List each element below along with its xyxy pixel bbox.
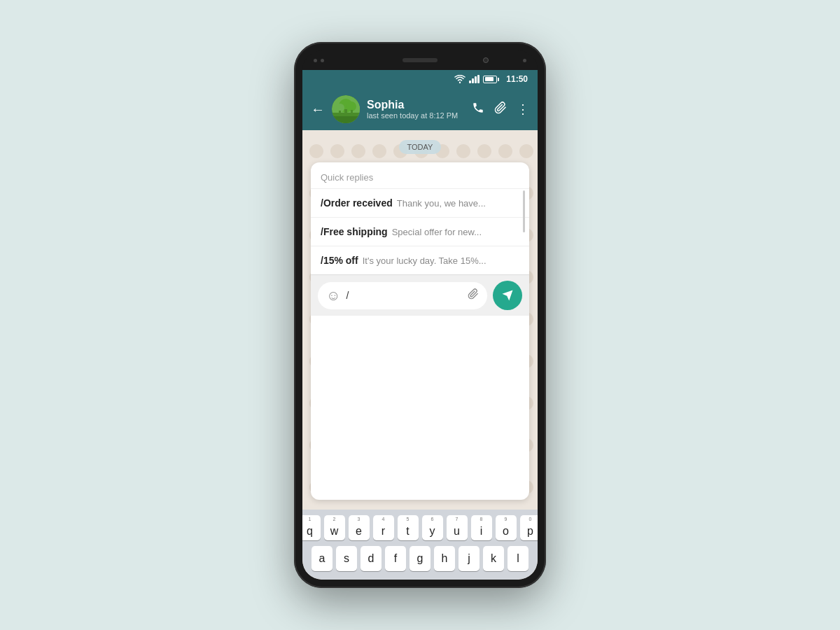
reply-shortcut-1: /Order received <box>321 197 393 209</box>
svg-rect-9 <box>332 116 360 123</box>
keyboard: 1 q 2 w 3 e 4 r 5 t <box>302 510 538 580</box>
key-w[interactable]: 2 w <box>324 515 345 540</box>
emoji-button[interactable]: ☺ <box>326 288 340 304</box>
keyboard-row-1: 1 q 2 w 3 e 4 r 5 t <box>305 515 535 540</box>
contact-status: last seen today at 8:12 PM <box>367 111 465 120</box>
more-menu-icon[interactable]: ⋮ <box>517 102 529 117</box>
key-letter-k[interactable]: k <box>483 546 504 571</box>
wifi-icon <box>454 75 465 83</box>
message-input-box[interactable]: ☺ / <box>318 282 487 309</box>
battery-fill <box>485 77 493 81</box>
attachment-button[interactable] <box>468 288 479 302</box>
status-bar: 11:50 <box>302 70 538 88</box>
send-button[interactable] <box>493 281 522 310</box>
key-letter-g[interactable]: g <box>410 546 430 571</box>
signal-bar-1 <box>469 80 471 83</box>
key-o[interactable]: 9 o <box>496 515 517 540</box>
signal-bar-3 <box>475 76 477 83</box>
signal-bar-2 <box>472 78 474 83</box>
svg-rect-8 <box>351 110 353 115</box>
key-e[interactable]: 3 e <box>349 515 370 540</box>
sensor-dot-3 <box>523 59 526 62</box>
reply-preview-1: Thank you, we have... <box>397 198 486 209</box>
reply-shortcut-3: /15% off <box>321 255 358 266</box>
contact-info: Sophia last seen today at 8:12 PM <box>367 99 465 120</box>
quick-replies-popup: Quick replies /Order received Thank you,… <box>311 162 529 500</box>
back-button[interactable]: ← <box>311 102 325 118</box>
sensor-dot-1 <box>314 59 317 62</box>
front-camera <box>483 57 489 63</box>
battery-body <box>483 76 497 83</box>
key-u[interactable]: 7 u <box>447 515 468 540</box>
signal-bar-4 <box>477 75 479 83</box>
header-actions: ⋮ <box>472 102 529 118</box>
key-num-4: 4 <box>382 517 385 522</box>
status-time: 11:50 <box>506 74 528 84</box>
keyboard-row-2: a s d f g h j k l <box>305 546 535 571</box>
quick-reply-item-2[interactable]: /Free shipping Special offer for new... <box>311 217 529 246</box>
send-icon <box>501 289 514 302</box>
speaker-grille <box>402 58 438 62</box>
quick-reply-item-1[interactable]: /Order received Thank you, we have... <box>311 188 529 217</box>
key-num-1: 1 <box>309 517 312 522</box>
phone-frame: 11:50 ← Sophia last seen <box>294 42 546 588</box>
phone-notch <box>302 50 538 70</box>
battery-icon <box>483 76 499 83</box>
chat-background: TODAY Quick replies /Order received Than… <box>302 130 538 510</box>
phone-screen: 11:50 ← Sophia last seen <box>302 70 538 580</box>
key-letter-f[interactable]: f <box>385 546 406 571</box>
key-letter-s[interactable]: s <box>336 546 357 571</box>
battery-tip <box>498 78 499 81</box>
key-y[interactable]: 6 y <box>422 515 443 540</box>
notch-sensors <box>314 59 324 62</box>
reply-shortcut-2: /Free shipping <box>321 226 388 237</box>
attach-icon[interactable] <box>494 102 507 118</box>
phone-call-icon[interactable] <box>472 102 484 118</box>
sensor-dot-2 <box>321 59 324 62</box>
key-num-9: 9 <box>505 517 507 522</box>
key-num-5: 5 <box>407 517 410 522</box>
reply-preview-2: Special offer for new... <box>392 227 482 237</box>
key-p[interactable]: 0 p <box>520 515 538 540</box>
notch-right-sensors <box>523 59 526 62</box>
key-letter-a[interactable]: a <box>312 546 332 571</box>
avatar <box>332 95 360 123</box>
key-t[interactable]: 5 t <box>398 515 419 540</box>
key-letter-j[interactable]: j <box>458 546 479 571</box>
key-num-8: 8 <box>480 517 483 522</box>
key-num-6: 6 <box>431 517 434 522</box>
contact-name: Sophia <box>367 99 465 111</box>
key-num-0: 0 <box>529 517 532 522</box>
svg-rect-4 <box>344 109 347 115</box>
key-num-7: 7 <box>456 517 458 522</box>
chat-header: ← Sophia last seen today at 8:12 PM <box>302 88 538 130</box>
key-q[interactable]: 1 q <box>302 515 321 540</box>
reply-preview-3: It's your lucky day. Take 15%... <box>363 255 486 266</box>
quick-reply-item-3[interactable]: /15% off It's your lucky day. Take 15%..… <box>311 246 529 274</box>
scroll-indicator <box>523 190 525 232</box>
svg-rect-7 <box>339 111 341 115</box>
key-letter-d[interactable]: d <box>360 546 382 571</box>
key-num-2: 2 <box>333 517 336 522</box>
message-input-area: ☺ / <box>311 274 529 316</box>
key-r[interactable]: 4 r <box>373 515 394 540</box>
message-input-text[interactable]: / <box>346 290 462 301</box>
key-letter-q[interactable]: q <box>302 515 321 540</box>
key-letter-l[interactable]: l <box>507 546 528 571</box>
today-label: TODAY <box>399 140 442 154</box>
key-i[interactable]: 8 i <box>471 515 492 540</box>
key-num-3: 3 <box>358 517 360 522</box>
quick-replies-title: Quick replies <box>311 169 529 188</box>
svg-point-6 <box>346 102 356 111</box>
key-letter-h[interactable]: h <box>434 546 455 571</box>
signal-icon <box>469 75 479 83</box>
avatar-image <box>332 95 360 123</box>
status-icons <box>454 75 499 83</box>
